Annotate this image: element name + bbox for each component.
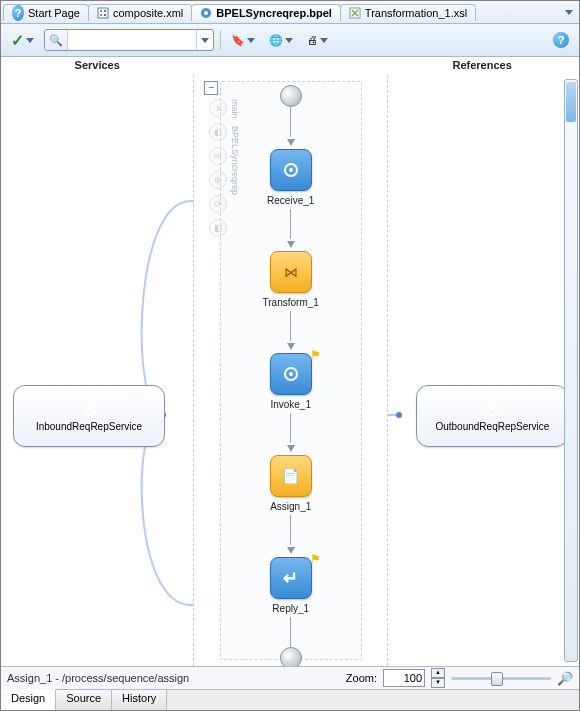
receive-activity[interactable]: Receive_1: [267, 149, 314, 206]
tab-composite-xml[interactable]: composite.xml: [88, 4, 192, 21]
references-header: References: [386, 57, 578, 75]
palette-item-icon[interactable]: ⟳: [209, 195, 227, 213]
browse-button[interactable]: 🌐: [265, 32, 297, 49]
svg-rect-3: [100, 14, 102, 16]
design-canvas[interactable]: InboundReqRepService − x ◐ ✉ ⊕ ⟳ ◧ main …: [1, 75, 579, 666]
tab-label: Source: [66, 692, 101, 704]
tab-design[interactable]: Design: [1, 689, 56, 710]
status-bar: Assign_1 - /process/sequence/assign Zoom…: [1, 666, 579, 689]
gear-icon: [483, 400, 501, 418]
assign-activity[interactable]: 📄 Assign_1: [270, 455, 312, 512]
zoom-slider-thumb[interactable]: [491, 672, 503, 686]
invoke-activity[interactable]: ⚑ Invoke_1: [270, 353, 312, 410]
overview-scrollbar[interactable]: [564, 79, 578, 662]
help-button[interactable]: ?: [549, 30, 573, 50]
search-combo: 🔍: [44, 29, 214, 51]
node-label: Transform_1: [263, 297, 319, 308]
tab-label: Transformation_1.xsl: [365, 7, 467, 19]
arrow-down-icon: [287, 241, 295, 248]
end-event[interactable]: [280, 647, 302, 666]
chevron-down-icon: [565, 10, 573, 15]
svg-rect-1: [100, 10, 102, 12]
zoom-slider[interactable]: [451, 671, 551, 685]
tab-source[interactable]: Source: [56, 690, 112, 710]
palette-item-icon[interactable]: ◧: [209, 219, 227, 237]
app-window: ? Start Page composite.xml BPELSyncreqre…: [0, 0, 580, 711]
gear-icon: [80, 400, 98, 418]
process-flow: Receive_1 ⋈ Transform_1 ⚑ Invoke_1: [231, 85, 351, 666]
tab-overflow-button[interactable]: [561, 10, 577, 15]
validate-button[interactable]: ✓: [7, 29, 38, 52]
gear-icon: [282, 161, 300, 179]
tab-label: History: [122, 692, 156, 704]
svg-point-13: [289, 168, 293, 172]
reply-icon: ↵: [283, 567, 298, 589]
center-header: [193, 57, 385, 75]
lane-headers: Services References: [1, 57, 579, 75]
zoom-input[interactable]: [383, 669, 425, 687]
outbound-reference[interactable]: OutboundReqRepService: [416, 385, 568, 447]
node-label: Reply_1: [272, 603, 309, 614]
arrow-down-icon: [287, 547, 295, 554]
search-dropdown-button[interactable]: [196, 30, 213, 50]
print-button[interactable]: 🖨: [303, 32, 332, 48]
palette-item-icon[interactable]: ◐: [209, 123, 227, 141]
arrow-down-icon: [287, 445, 295, 452]
overview-thumb[interactable]: [566, 82, 576, 122]
tab-transformation-xsl[interactable]: Transformation_1.xsl: [340, 4, 476, 21]
tab-label: BPELSyncreqrep.bpel: [216, 7, 332, 19]
palette-item-icon[interactable]: ⊕: [209, 171, 227, 189]
bookmark-button[interactable]: 🔖: [227, 32, 259, 49]
editor-toolbar: ✓ 🔍 🔖 🌐 🖨 ?: [1, 24, 579, 57]
tab-history[interactable]: History: [112, 690, 167, 710]
xsl-file-icon: [349, 7, 361, 19]
transform-icon: ⋈: [284, 264, 298, 280]
svg-rect-4: [104, 14, 106, 16]
help-icon: ?: [12, 7, 24, 19]
palette-item-icon[interactable]: x: [209, 99, 227, 117]
bookmark-icon: 🔖: [231, 34, 245, 47]
references-lane: OutboundReqRepService: [388, 75, 579, 666]
zoom-step-up-button[interactable]: ▲: [431, 668, 445, 678]
flag-icon: ⚑: [310, 348, 321, 362]
zoom-fit-button[interactable]: 🔎: [557, 671, 573, 686]
transform-activity[interactable]: ⋈ Transform_1: [263, 251, 319, 308]
view-tabs: Design Source History: [1, 689, 579, 710]
gear-icon: [282, 365, 300, 383]
node-label: Invoke_1: [270, 399, 311, 410]
start-event[interactable]: [280, 85, 302, 107]
svg-point-11: [87, 407, 91, 411]
services-lane: InboundReqRepService: [1, 75, 193, 666]
svg-point-17: [490, 407, 494, 411]
activity-palette: x ◐ ✉ ⊕ ⟳ ◧: [209, 99, 227, 237]
zoom-step-down-button[interactable]: ▼: [431, 678, 445, 688]
chevron-down-icon: [285, 38, 293, 43]
reply-activity[interactable]: ↵ ⚑ Reply_1: [270, 557, 312, 614]
chevron-down-icon: [201, 38, 209, 43]
binoculars-icon: 🔍: [45, 30, 68, 50]
tab-bpel-file[interactable]: BPELSyncreqrep.bpel: [191, 4, 341, 21]
globe-icon: 🌐: [269, 34, 283, 47]
inbound-service[interactable]: InboundReqRepService: [13, 385, 165, 447]
collapse-toggle[interactable]: −: [204, 81, 218, 95]
services-header: Services: [1, 57, 193, 75]
search-input[interactable]: [68, 31, 196, 49]
svg-point-6: [204, 11, 208, 15]
xml-file-icon: [97, 7, 109, 19]
minus-icon: −: [209, 83, 215, 93]
palette-item-icon[interactable]: ✉: [209, 147, 227, 165]
zoom-spinner: ▲ ▼: [431, 668, 445, 688]
process-lane: − x ◐ ✉ ⊕ ⟳ ◧ main BPELSyncreqrep Receiv…: [193, 75, 387, 666]
bpel-file-icon: [200, 7, 212, 19]
chevron-down-icon: [247, 38, 255, 43]
tab-start-page[interactable]: ? Start Page: [3, 4, 89, 21]
arrow-down-icon: [287, 139, 295, 146]
svg-point-15: [289, 372, 293, 376]
partner-label: InboundReqRepService: [36, 421, 142, 432]
svg-rect-0: [98, 8, 108, 18]
tab-label: Design: [11, 692, 45, 704]
help-icon: ?: [553, 32, 569, 48]
node-label: Receive_1: [267, 195, 314, 206]
assign-icon: 📄: [282, 468, 299, 484]
partner-label: OutboundReqRepService: [435, 421, 549, 432]
